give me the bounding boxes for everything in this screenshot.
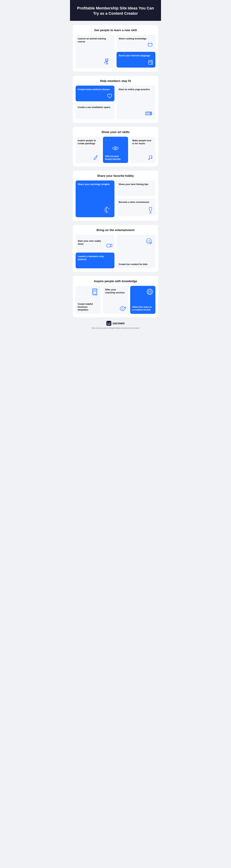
card-templates: Create helpful business templates: [76, 286, 101, 314]
stars-decoration: ++: [105, 139, 126, 141]
card-music: Make people tune in for music: [130, 137, 155, 163]
svg-point-9: [148, 159, 150, 160]
card-podcast: Launch a members only podcast: [76, 253, 114, 268]
section-entertainment: Bring on the entertainment Start your ow…: [73, 225, 158, 272]
cards-grid-knowledge: Create helpful business templates Offer …: [76, 286, 155, 314]
svg-point-16: [147, 240, 148, 241]
globe-icon: [146, 288, 153, 295]
card-astrology: Share your astrology insights: [76, 181, 114, 217]
cards-grid-fit: Create home workout classes Create a zen…: [76, 86, 155, 119]
header: Profitable Membership Site Ideas You Can…: [70, 0, 161, 21]
card-label-reality: Start your own reality show: [78, 240, 105, 246]
header-title: Profitable Membership Site Ideas You Can…: [77, 6, 154, 16]
card-label-podcast: Launch a members only podcast: [78, 255, 112, 261]
section-title-ent: Bring on the entertainment: [76, 228, 155, 232]
section-learn-skill: Get people to learn a new skill Launch a…: [73, 25, 158, 71]
card-workout: Create home workout classes: [76, 86, 114, 101]
card-label-cooking: Show cooking knowledge: [119, 37, 153, 40]
card-label-astrology: Share your astrology insights: [78, 183, 112, 186]
footer-url: https://www.uscreen.tv/blog/profitable-m…: [70, 327, 161, 329]
cards-grid-art: Inspire people to create paintings ++: [76, 137, 155, 163]
col-left-fit: Create home workout classes Create a zen…: [76, 86, 114, 119]
card-meditation: Create a zen meditation space: [76, 103, 114, 119]
card-label-wine: Become a wine connoisseur: [119, 201, 153, 204]
section-title-fit: Help members stay fit: [76, 79, 155, 83]
section-hobby: Share your favorite hobby Share your ast…: [73, 170, 158, 221]
section-knowledge: Inspire people with knowledge Create hel…: [73, 276, 158, 317]
col-right-learn: Show cooking knowledge Teach your favori…: [117, 35, 155, 68]
card-news: Share the news in a creative format: [130, 286, 155, 314]
card-label-paintings: Inspire people to create paintings: [78, 139, 99, 145]
card-cooking: Show cooking knowledge: [117, 35, 155, 50]
svg-rect-4: [148, 60, 152, 64]
card-fishing: Show your best fishing tips: [117, 181, 155, 196]
svg-point-21: [122, 308, 123, 309]
card-beauty: ++ Offer the best beauty tutorials: [103, 137, 128, 163]
card-label-workout: Create home workout classes: [78, 88, 112, 91]
svg-point-1: [106, 60, 106, 61]
svg-rect-14: [107, 244, 110, 247]
svg-point-8: [115, 148, 116, 149]
pencil-icon: [144, 237, 153, 247]
svg-rect-3: [148, 43, 152, 46]
section-title-knowledge: Inspire people with knowledge: [76, 280, 155, 283]
col-right-hobby: Show your best fishing tips Become a win…: [117, 181, 155, 217]
moon-icon: [103, 205, 112, 215]
card-language: Teach your favorite language: [117, 52, 155, 68]
yoga-icon: [144, 107, 153, 117]
whistle-icon: [119, 305, 126, 311]
svg-point-15: [146, 239, 151, 244]
svg-point-12: [108, 209, 109, 209]
card-label-templates: Create helpful business templates: [78, 303, 99, 312]
card-label-news: Share the news in a creative format: [132, 306, 153, 312]
dog-icon: [103, 57, 112, 66]
section-stay-fit: Help members stay fit Create home workou…: [73, 76, 158, 123]
card-wine: Become a wine connoisseur: [117, 198, 155, 216]
svg-point-10: [151, 158, 152, 159]
card-label-beauty: Offer the best beauty tutorials: [105, 155, 126, 160]
music-icon: [147, 154, 153, 160]
video-icon: [106, 243, 112, 248]
card-paintings: Inspire people to create paintings: [76, 137, 101, 163]
footer-logo-text: uscreen: [112, 321, 125, 325]
book-icon: [148, 60, 153, 65]
card-coaching: Offer your coaching services: [103, 286, 128, 314]
card-reality: Start your own reality show: [76, 235, 114, 250]
card-yoga: Start an online yoga practice: [117, 86, 155, 119]
svg-point-13: [106, 207, 107, 208]
svg-point-17: [149, 240, 150, 241]
footer: uscreen https://www.uscreen.tv/blog/prof…: [70, 317, 161, 331]
section-title-art: Show your art skills: [76, 130, 155, 134]
eye-icon: [105, 146, 126, 151]
section-title-hobby: Share your favorite hobby: [76, 174, 155, 178]
document-icon: [92, 288, 99, 296]
cards-grid-hobby: Share your astrology insights Show your …: [76, 181, 155, 217]
card-label-animal: Launch an animal training course: [78, 37, 112, 43]
card-label-meditation: Create a zen meditation space: [78, 106, 112, 109]
wine-icon: [148, 207, 153, 213]
card-label-coaching: Offer your coaching services: [105, 288, 126, 294]
cards-grid-learn: Launch an animal training course: [76, 35, 155, 68]
card-label-yoga: Start an online yoga practice: [119, 88, 153, 91]
card-label-kids: Create fun content for kids: [119, 263, 153, 266]
section-title-learn: Get people to learn a new skill: [76, 29, 155, 32]
col-left-ent: Start your own reality show Launch a mem…: [76, 235, 114, 268]
heart-icon: [107, 93, 112, 99]
card-animal-training: Launch an animal training course: [76, 35, 114, 68]
footer-logo: uscreen: [70, 321, 161, 326]
svg-point-20: [120, 307, 125, 311]
section-art: Show your art skills Inspire people to c…: [73, 127, 158, 166]
card-kids: Create fun content for kids: [117, 235, 155, 268]
main-container: Profitable Membership Site Ideas You Can…: [70, 0, 161, 334]
uscreen-logo-icon: [106, 321, 111, 326]
brush-icon: [92, 154, 99, 160]
card-label-music: Make people tune in for music: [132, 139, 153, 145]
svg-rect-19: [93, 289, 96, 294]
pot-icon: [147, 41, 153, 47]
card-label-fishing: Show your best fishing tips: [119, 183, 153, 186]
card-label-language: Teach your favorite language: [119, 54, 153, 57]
cards-grid-ent: Start your own reality show Launch a mem…: [76, 235, 155, 268]
svg-point-2: [107, 60, 108, 61]
